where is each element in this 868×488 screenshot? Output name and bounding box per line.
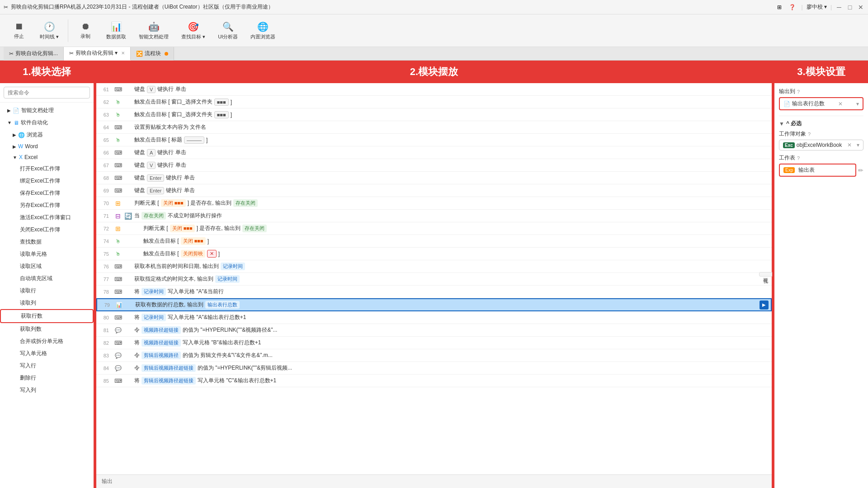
maximize-button[interactable]: □ xyxy=(846,4,854,11)
output-value-container: 📄 输出表行总数 xyxy=(783,100,825,108)
output-chevron-icon[interactable]: ▾ xyxy=(856,101,859,107)
output-value: 输出表行总数 xyxy=(792,100,825,108)
play-button-79[interactable]: ▶ xyxy=(760,300,769,310)
tag-exist-close-71: 存在关闭 xyxy=(142,212,166,220)
flow-area: 61 ⌨ 键盘 V 键执行 单击 62 🖱 触发点击目标 [ 窗口_选择文件夹 … xyxy=(96,83,772,474)
flow-row-82: 82 ⌨ 将 视频路径超链接 写入单元格 "B"&输出表行总数+1 xyxy=(96,337,772,349)
worksheet-edit-icon[interactable]: ✏ xyxy=(858,167,863,174)
collapse-arrow[interactable]: ▼ xyxy=(779,121,784,127)
tag-record-time-76: 记录时间 xyxy=(221,263,245,270)
row-content-65: 触发点击目标 [ 标题 ——— ] xyxy=(132,135,772,145)
row-content-83: 令 剪辑后视频路径 的值为 剪辑文件夹&"\"&文件名&".m... xyxy=(132,351,772,360)
row-icon-71: ⊟ xyxy=(113,212,123,220)
output-input-box[interactable]: 📄 输出表行总数 ✕ ▾ xyxy=(779,97,863,110)
worksheet-input-box[interactable]: Exp 输出表 xyxy=(779,164,856,177)
embedded-browser-label: 内置浏览器 xyxy=(250,33,275,40)
sidebar-item-read-range[interactable]: 读取区域 xyxy=(0,260,94,272)
sidebar-item-save-excel[interactable]: 保存Excel工作簿 xyxy=(0,187,94,199)
sidebar-item-write-col[interactable]: 写入列 xyxy=(0,384,94,396)
data-capture-button[interactable]: 📊 数据抓取 xyxy=(101,19,132,43)
row-icon-79: 📊 xyxy=(113,302,124,308)
user-label: 廖中校 ▾ xyxy=(807,3,827,11)
row-num-61: 61 xyxy=(96,87,113,92)
sidebar-item-get-row-count[interactable]: 获取行数 xyxy=(0,309,94,323)
row-num-72: 72 xyxy=(96,226,113,231)
sidebar-item-soft-auto[interactable]: ▼ 🖥 软件自动化 xyxy=(0,117,94,129)
help-icon[interactable]: ❓ xyxy=(787,2,797,12)
word-arrow: ▶ xyxy=(13,144,16,149)
sidebar-item-ai-doc[interactable]: ▶ 📄 智能文档处理 xyxy=(0,104,94,117)
row-icon-78: ⌨ xyxy=(113,289,123,295)
tab-flow[interactable]: 🔀 流程块 xyxy=(131,47,174,61)
find-target-icon: 🎯 xyxy=(188,21,199,32)
visable-button[interactable]: 可视化 xyxy=(759,272,772,277)
sidebar-item-saveas-excel[interactable]: 另存Excel工作簿 xyxy=(0,199,94,211)
sidebar-item-open-excel[interactable]: 打开Excel工作簿 xyxy=(0,163,94,175)
toolbar: ⏹ 停止 🕐 时间线 ▾ ⏺ 录制 📊 数据抓取 🤖 智能文档处理 🎯 查找目标… xyxy=(0,14,868,47)
sidebar-item-activate-excel[interactable]: 激活Excel工作薄窗口 xyxy=(0,211,94,224)
tab-main-icon: ✂ xyxy=(9,51,14,57)
row-content-64: 设置剪贴板文本内容为 文件名 xyxy=(132,122,772,132)
sidebar-item-excel[interactable]: ▼ X Excel xyxy=(0,152,94,163)
row-icon-84: 💬 xyxy=(113,365,123,371)
workbook-chevron-icon[interactable]: ▾ xyxy=(857,142,859,148)
ai-doc-button[interactable]: 🤖 智能文档处理 xyxy=(133,19,174,43)
sidebar-item-merge-split[interactable]: 合并或拆分单元格 xyxy=(0,335,94,347)
tab-main[interactable]: ✂ 剪映自动化剪辑... xyxy=(4,47,64,61)
sidebar-item-get-col-count[interactable]: 获取列数 xyxy=(0,323,94,335)
record-button[interactable]: ⏺ 录制 xyxy=(72,19,99,42)
output-label: 输出 xyxy=(102,478,113,485)
tag-closejm-75: 关闭剪映 xyxy=(181,250,205,258)
row-num-74: 74 xyxy=(96,239,113,244)
find-target-label: 查找目标 ▾ xyxy=(181,33,205,40)
row-icon-77: ⌨ xyxy=(113,276,123,282)
embedded-browser-button[interactable]: 🌐 内置浏览器 xyxy=(245,19,281,43)
minimize-button[interactable]: ─ xyxy=(835,4,843,11)
row-num-63: 63 xyxy=(96,112,113,117)
sidebar-item-bind-excel[interactable]: 绑定Excel工作簿 xyxy=(0,175,94,187)
ui-analyzer-button[interactable]: 🔍 UI分析器 xyxy=(212,19,243,43)
required-header: ▼ ^ 必选 xyxy=(779,120,863,127)
tab-editor[interactable]: ✂ 剪映自动化剪辑 ▾ ✕ xyxy=(64,47,131,61)
flow-row-76: 76 ⌨ 获取本机当前的时间和日期, 输出到 记录时间 xyxy=(96,260,772,273)
row-content-84: 令 剪辑后视频路径超链接 的值为 "=HYPERLINK(""&剪辑后视频... xyxy=(132,363,772,373)
sidebar-item-word[interactable]: ▶ W Word xyxy=(0,141,94,152)
required-label: ^ 必选 xyxy=(786,120,802,127)
sidebar-item-browser[interactable]: ▶ 🌐 浏览器 xyxy=(0,129,94,141)
tab-editor-close[interactable]: ✕ xyxy=(121,51,125,56)
row-num-68: 68 xyxy=(96,175,113,181)
workbook-close-icon[interactable]: ✕ xyxy=(847,142,852,148)
flow-row-65: 65 🖱 触发点击目标 [ 标题 ——— ] xyxy=(96,134,772,146)
tabbar: ✂ 剪映自动化剪辑... ✂ 剪映自动化剪辑 ▾ ✕ 🔀 流程块 xyxy=(0,47,868,61)
sidebar-item-autofill[interactable]: 自动填充区域 xyxy=(0,272,94,285)
stop-button[interactable]: ⏹ 停止 xyxy=(5,19,33,42)
close-button[interactable]: ✕ xyxy=(857,4,864,11)
output-label: 输出到 ? xyxy=(779,88,863,95)
row-content-62: 触发点击目标 [ 窗口_选择文件夹 ■■■ ] xyxy=(132,97,772,107)
flow-row-81: 81 💬 令 视频路径超链接 的值为 "=HYPERLINK(""&视频路径&"… xyxy=(96,324,772,337)
row-num-69: 69 xyxy=(96,188,113,193)
row-content-67: 键盘 V 键执行 单击 xyxy=(132,160,772,170)
sidebar-item-read-col[interactable]: 读取列 xyxy=(0,297,94,309)
output-close-icon[interactable]: ✕ xyxy=(838,101,843,107)
sidebar-item-read-cell[interactable]: 读取单元格 xyxy=(0,248,94,260)
sidebar-item-write-row[interactable]: 写入行 xyxy=(0,360,94,372)
search-input[interactable] xyxy=(4,87,90,99)
workbook-input-box[interactable]: Exc objExcelWorkBook ✕ ▾ xyxy=(779,140,863,150)
flow-row-71: 71 ⊟ 🔄 当 存在关闭 不成立时循环执行操作 xyxy=(96,210,772,222)
grid-icon[interactable]: ⊞ xyxy=(775,2,783,12)
row-icon-85: ⌨ xyxy=(113,378,123,384)
row-num-78: 78 xyxy=(96,289,113,295)
row-icon-63: 🖱 xyxy=(113,112,123,118)
sidebar-item-delete-row[interactable]: 删除行 xyxy=(0,372,94,384)
tag-v-key2: V xyxy=(147,162,156,169)
timeline-button[interactable]: 🕐 时间线 ▾ xyxy=(34,19,64,43)
find-target-button[interactable]: 🎯 查找目标 ▾ xyxy=(176,19,211,43)
tag-63: ■■■ xyxy=(214,111,229,118)
app-icon: ✂ xyxy=(4,4,8,10)
sidebar-item-read-row[interactable]: 读取行 xyxy=(0,285,94,297)
sidebar-item-close-excel[interactable]: 关闭Excel工作簿 xyxy=(0,224,94,236)
sidebar-item-write-cell[interactable]: 写入单元格 xyxy=(0,347,94,360)
record-icon: ⏺ xyxy=(81,21,90,32)
sidebar-item-find-data[interactable]: 查找数据 xyxy=(0,236,94,248)
